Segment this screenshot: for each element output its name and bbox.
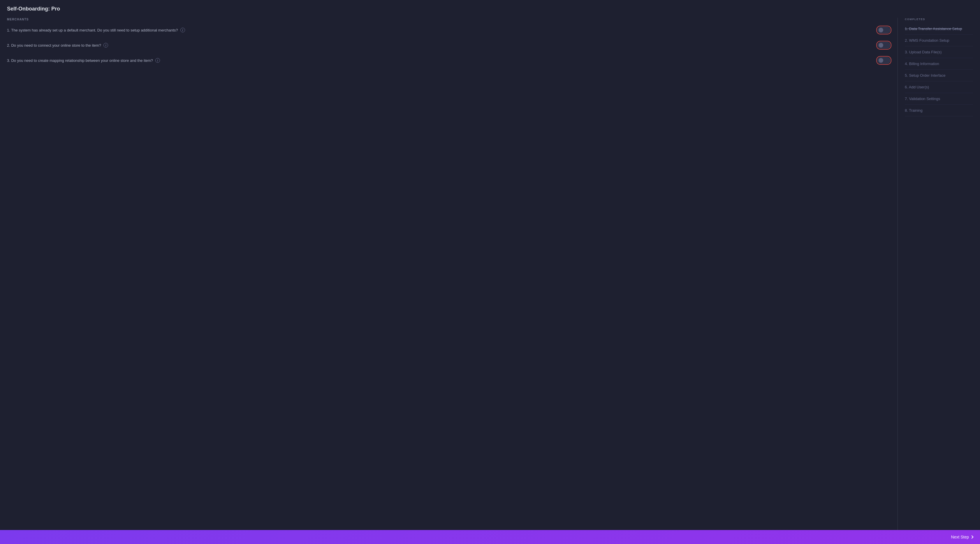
sidebar-step-7[interactable]: 7. Validation Settings (905, 93, 973, 105)
sidebar-step-label-5: 5. Setup Order Interface (905, 73, 945, 78)
merchants-section-label: MERCHANTS (7, 18, 891, 21)
question-text-3: 3. Do you need to create mapping relatio… (7, 58, 160, 63)
toggle-knob-1 (878, 28, 883, 32)
sidebar-step-label-4: 4. Billing Information (905, 62, 939, 66)
sidebar-step-3[interactable]: 3. Upload Data File(s) (905, 46, 973, 58)
toggle-2[interactable] (877, 42, 890, 48)
info-icon-3[interactable]: i (155, 58, 160, 63)
sidebar-step-2[interactable]: 2. WMS Foundation Setup (905, 35, 973, 46)
sidebar-step-8[interactable]: 8. Training (905, 105, 973, 116)
toggle-1[interactable] (877, 27, 890, 33)
toggle-wrapper-1 (876, 26, 891, 34)
sidebar: COMPLETED 1. Data Transfer Assistance Se… (897, 18, 973, 530)
question-text-2: 2. Do you need to connect your online st… (7, 43, 108, 48)
info-icon-2[interactable]: i (103, 43, 108, 48)
sidebar-steps: 1. Data Transfer Assistance Setup2. WMS … (905, 23, 973, 116)
chevron-right-icon (970, 535, 973, 538)
questions-container: 1. The system has already set up a defau… (7, 26, 891, 65)
sidebar-step-label-3: 3. Upload Data File(s) (905, 50, 942, 54)
sidebar-step-label-6: 6. Add User(s) (905, 85, 929, 89)
app-container: Self-Onboarding: Pro MERCHANTS 1. The sy… (0, 0, 980, 530)
sidebar-step-5[interactable]: 5. Setup Order Interface (905, 70, 973, 81)
completed-label: COMPLETED (905, 18, 973, 21)
question-row-1: 1. The system has already set up a defau… (7, 26, 891, 34)
question-row-3: 3. Do you need to create mapping relatio… (7, 56, 891, 65)
page-title: Self-Onboarding: Pro (7, 6, 973, 12)
question-row-2: 2. Do you need to connect your online st… (7, 41, 891, 49)
sidebar-step-label-7: 7. Validation Settings (905, 97, 940, 101)
footer-bar: Next Step (0, 530, 980, 544)
sidebar-step-label-1: 1. Data Transfer Assistance Setup (905, 27, 962, 31)
sidebar-step-label-8: 8. Training (905, 108, 923, 113)
sidebar-step-4[interactable]: 4. Billing Information (905, 58, 973, 70)
toggle-knob-2 (878, 43, 883, 48)
question-text-1: 1. The system has already set up a defau… (7, 28, 185, 32)
main-layout: MERCHANTS 1. The system has already set … (7, 18, 973, 530)
sidebar-step-1[interactable]: 1. Data Transfer Assistance Setup (905, 23, 973, 35)
info-icon-1[interactable]: i (180, 28, 185, 32)
next-step-button[interactable]: Next Step (951, 534, 973, 539)
toggle-3[interactable] (877, 57, 890, 64)
toggle-wrapper-3 (876, 56, 891, 65)
content-area: MERCHANTS 1. The system has already set … (7, 18, 897, 530)
sidebar-step-6[interactable]: 6. Add User(s) (905, 81, 973, 93)
toggle-knob-3 (878, 58, 883, 63)
next-step-label: Next Step (951, 534, 969, 539)
sidebar-step-label-2: 2. WMS Foundation Setup (905, 38, 949, 43)
toggle-wrapper-2 (876, 41, 891, 49)
